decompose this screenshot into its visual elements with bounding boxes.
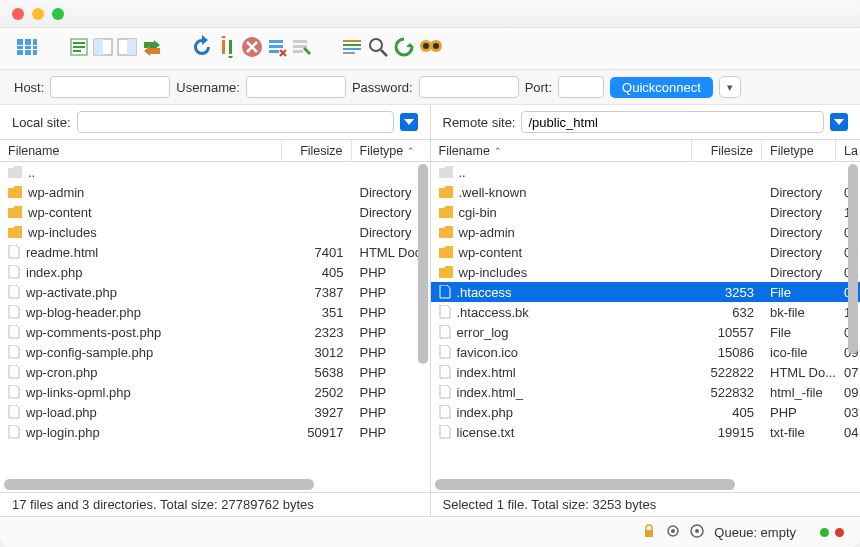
row-filesize: 2502 xyxy=(282,385,352,400)
file-row[interactable]: wp-comments-post.php2323PHP xyxy=(0,322,430,342)
parent-dir-row[interactable]: .. xyxy=(431,162,861,182)
folder-row[interactable]: wp-contentDirectory xyxy=(0,202,430,222)
row-filename: wp-links-opml.php xyxy=(26,385,131,400)
folder-row[interactable]: wp-adminDirectory09 xyxy=(431,222,861,242)
local-hscroll[interactable] xyxy=(0,478,430,492)
local-pane: Filename Filesize Filetype⌃ ..wp-adminDi… xyxy=(0,140,431,492)
remote-col-filetype[interactable]: Filetype xyxy=(762,140,836,161)
row-filename: license.txt xyxy=(457,425,515,440)
remote-col-last[interactable]: La xyxy=(836,140,860,161)
file-row[interactable]: index.php405PHP03 xyxy=(431,402,861,422)
local-site-input[interactable] xyxy=(77,111,394,133)
row-filename: error_log xyxy=(457,325,509,340)
svg-rect-21 xyxy=(293,50,303,53)
file-row[interactable]: .htaccess3253File03 xyxy=(431,282,861,302)
remote-hscroll[interactable] xyxy=(431,478,861,492)
refresh-icon[interactable] xyxy=(190,35,214,62)
toggle-local-tree-icon[interactable] xyxy=(92,36,114,61)
local-col-filename[interactable]: Filename xyxy=(0,140,282,161)
cancel-icon[interactable] xyxy=(240,35,264,62)
parent-dir-row[interactable]: .. xyxy=(0,162,430,182)
file-row[interactable]: wp-links-opml.php2502PHP xyxy=(0,382,430,402)
remote-file-list[interactable]: ...well-knownDirectory01cgi-binDirectory… xyxy=(431,162,861,478)
file-icon xyxy=(8,405,20,419)
local-col-filetype[interactable]: Filetype⌃ xyxy=(352,140,430,161)
remote-site-dropdown[interactable] xyxy=(830,113,848,131)
quickconnect-history-button[interactable]: ▾ xyxy=(719,76,741,98)
quickconnect-button[interactable]: Quickconnect xyxy=(610,77,713,98)
file-row[interactable]: license.txt19915txt-file04 xyxy=(431,422,861,442)
svg-rect-25 xyxy=(343,52,355,54)
file-row[interactable]: wp-login.php50917PHP xyxy=(0,422,430,442)
file-row[interactable]: error_log10557File03 xyxy=(431,322,861,342)
folder-row[interactable]: .well-knownDirectory01 xyxy=(431,182,861,202)
row-filetype: bk-file xyxy=(762,305,836,320)
local-file-list[interactable]: ..wp-adminDirectorywp-contentDirectorywp… xyxy=(0,162,430,478)
toggle-queue-icon[interactable] xyxy=(140,36,162,61)
row-filename: index.html xyxy=(457,365,516,380)
local-col-filesize[interactable]: Filesize xyxy=(282,140,352,161)
folder-row[interactable]: wp-adminDirectory xyxy=(0,182,430,202)
file-row[interactable]: wp-activate.php7387PHP xyxy=(0,282,430,302)
row-filename: wp-load.php xyxy=(26,405,97,420)
queue-icon[interactable] xyxy=(690,524,704,541)
svg-rect-18 xyxy=(269,50,279,53)
minimize-window-button[interactable] xyxy=(32,8,44,20)
file-row[interactable]: wp-load.php3927PHP xyxy=(0,402,430,422)
zoom-window-button[interactable] xyxy=(52,8,64,20)
row-filesize: 405 xyxy=(692,405,762,420)
row-filesize: 3253 xyxy=(692,285,762,300)
lock-icon[interactable] xyxy=(642,524,656,541)
row-filesize: 5638 xyxy=(282,365,352,380)
folder-row[interactable]: wp-includesDirectory xyxy=(0,222,430,242)
file-icon xyxy=(439,305,451,319)
compare-icon[interactable] xyxy=(392,35,416,62)
reconnect-icon[interactable] xyxy=(290,36,312,61)
file-row[interactable]: .htaccess.bk632bk-file11 xyxy=(431,302,861,322)
file-row[interactable]: index.html_522832html_-file09 xyxy=(431,382,861,402)
local-site-dropdown[interactable] xyxy=(400,113,418,131)
toggle-log-icon[interactable] xyxy=(68,36,90,61)
folder-row[interactable]: cgi-binDirectory11 xyxy=(431,202,861,222)
file-row[interactable]: wp-cron.php5638PHP xyxy=(0,362,430,382)
file-row[interactable]: readme.html7401HTML Doc xyxy=(0,242,430,262)
svg-rect-16 xyxy=(269,40,283,43)
remote-col-filename[interactable]: Filename⌃ xyxy=(431,140,693,161)
local-vscroll[interactable] xyxy=(418,164,428,476)
username-input[interactable] xyxy=(246,76,346,98)
svg-rect-24 xyxy=(343,48,361,50)
file-row[interactable]: favicon.ico15086ico-file09 xyxy=(431,342,861,362)
window-controls xyxy=(12,8,64,20)
row-filename: wp-config-sample.php xyxy=(26,345,153,360)
host-input[interactable] xyxy=(50,76,170,98)
row-filename: index.php xyxy=(26,265,82,280)
file-icon xyxy=(8,425,20,439)
port-input[interactable] xyxy=(558,76,604,98)
filter-icon[interactable] xyxy=(340,36,364,61)
remote-site-input[interactable] xyxy=(521,111,824,133)
folder-row[interactable]: wp-contentDirectory04 xyxy=(431,242,861,262)
row-filesize: 632 xyxy=(692,305,762,320)
svg-rect-23 xyxy=(343,44,361,46)
remote-vscroll[interactable] xyxy=(848,164,858,476)
remote-col-filesize[interactable]: Filesize xyxy=(692,140,762,161)
site-manager-icon[interactable] xyxy=(14,35,40,62)
process-queue-icon[interactable] xyxy=(216,36,238,61)
folder-icon xyxy=(439,246,453,258)
find-icon[interactable] xyxy=(418,36,444,61)
file-row[interactable]: index.html522822HTML Do...07 xyxy=(431,362,861,382)
search-icon[interactable] xyxy=(366,35,390,62)
close-window-button[interactable] xyxy=(12,8,24,20)
led-green xyxy=(820,528,829,537)
toggle-remote-tree-icon[interactable] xyxy=(116,36,138,61)
file-row[interactable]: index.php405PHP xyxy=(0,262,430,282)
password-input[interactable] xyxy=(419,76,519,98)
row-filesize: 7401 xyxy=(282,245,352,260)
gear-icon[interactable] xyxy=(666,524,680,541)
file-row[interactable]: wp-blog-header.php351PHP xyxy=(0,302,430,322)
disconnect-icon[interactable] xyxy=(266,36,288,61)
file-row[interactable]: wp-config-sample.php3012PHP xyxy=(0,342,430,362)
folder-row[interactable]: wp-includesDirectory09 xyxy=(431,262,861,282)
file-icon xyxy=(439,345,451,359)
svg-rect-2 xyxy=(33,39,37,55)
